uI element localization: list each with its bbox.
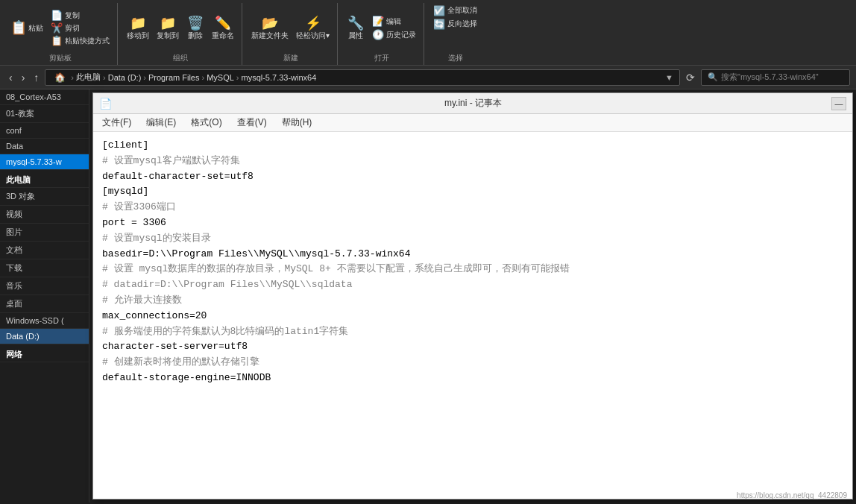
search-placeholder: 搜索"mysql-5.7.33-winx64": [721, 72, 819, 83]
up-button[interactable]: ↑: [31, 70, 42, 85]
notepad-line: # 设置3306端口: [102, 200, 843, 215]
new-folder-button[interactable]: 📂 新建文件夹: [248, 14, 292, 42]
sidebar-item-pictures[interactable]: 图片: [0, 224, 89, 242]
address-path[interactable]: 🏠 › 此电脑 › Data (D:) › Program Files › My…: [45, 69, 680, 86]
sidebar-item-data[interactable]: Data: [0, 139, 89, 154]
clipboard-label: 剪贴板: [7, 51, 113, 65]
open-buttons: 🔧 属性 📝 编辑 🕐 历史记录: [344, 4, 419, 51]
path-dropdown-icon[interactable]: ▼: [665, 73, 673, 82]
sidebar-item-3d[interactable]: 3D 对象: [0, 188, 89, 206]
sidebar-item-cortex[interactable]: 08_Cortex-A53: [0, 89, 89, 105]
paste-label: 粘贴: [28, 23, 43, 34]
search-box[interactable]: 🔍 搜索"mysql-5.7.33-winx64": [701, 69, 850, 86]
home-icon: 🏠: [51, 71, 69, 84]
sidebar-item-music[interactable]: 音乐: [0, 277, 89, 295]
ribbon-toolbar: 📋 粘贴 📄 复制 ✂️ 剪切 📋 粘贴快捷方式 剪贴板: [0, 0, 856, 66]
deselect-all-button[interactable]: ☑️ 全部取消: [430, 4, 480, 16]
notepad-line: # 服务端使用的字符集默认为8比特编码的latin1字符集: [102, 324, 843, 340]
ribbon-group-open: 🔧 属性 📝 编辑 🕐 历史记录 打开: [339, 3, 424, 65]
notepad-file-icon: 📄: [99, 98, 112, 110]
delete-button[interactable]: 🗑️ 删除: [183, 14, 207, 42]
notepad-line: # 设置mysql客户端默认字符集: [102, 154, 843, 169]
notepad-line: default-character-set=utf8: [102, 169, 843, 185]
cut-button[interactable]: ✂️ 剪切: [48, 22, 113, 34]
invert-selection-button[interactable]: 🔄 反向选择: [430, 18, 480, 30]
notepad-line: # 创建新表时将使用的默认存储引擎: [102, 355, 843, 371]
select-label: 选择: [430, 51, 480, 65]
notepad-line: basedir=D:\\Program Files\\MySQL\\mysql-…: [102, 247, 843, 262]
notepad-menubar: 文件(F) 编辑(E) 格式(O) 查看(V) 帮助(H): [93, 114, 852, 132]
paste-button[interactable]: 📋 粘贴: [7, 19, 46, 38]
path-item-programfiles[interactable]: Program Files: [148, 73, 199, 82]
sidebar-item-conf[interactable]: conf: [0, 123, 89, 139]
sidebar-item-download[interactable]: 下载: [0, 259, 89, 277]
notepad-content-area[interactable]: [client]# 设置mysql客户端默认字符集default-charact…: [93, 132, 852, 499]
sidebar-header-thispc: 此电脑: [0, 170, 89, 188]
sidebar: 08_Cortex-A53 01-教案 conf Data mysql-5.7.…: [0, 89, 89, 503]
ribbon-group-clipboard: 📋 粘贴 📄 复制 ✂️ 剪切 📋 粘贴快捷方式 剪贴板: [3, 3, 118, 65]
path-item-mysqlversion[interactable]: mysql-5.7.33-winx64: [241, 73, 316, 82]
back-button[interactable]: ‹: [6, 70, 16, 85]
move-to-icon: 📁: [130, 16, 146, 32]
new-label: 新建: [248, 51, 333, 65]
ribbon-group-new: 📂 新建文件夹 ⚡ 轻松访问▾ 新建: [244, 3, 338, 65]
history-button[interactable]: 🕐 历史记录: [369, 29, 419, 41]
edit-button[interactable]: 📝 编辑: [369, 16, 419, 28]
notepad-titlebar: 📄 my.ini - 记事本 —: [93, 93, 852, 114]
rename-icon: ✏️: [215, 16, 231, 32]
paste-shortcut-icon: 📋: [51, 36, 63, 46]
paste-shortcut-button[interactable]: 📋 粘贴快捷方式: [48, 35, 113, 47]
search-icon: 🔍: [708, 72, 718, 82]
sidebar-header-network: 网络: [0, 344, 89, 362]
new-buttons: 📂 新建文件夹 ⚡ 轻松访问▾: [248, 4, 333, 51]
notepad-window: 📄 my.ini - 记事本 — 文件(F) 编辑(E) 格式(O) 查看(V)…: [92, 92, 853, 500]
path-item-data[interactable]: Data (D:): [108, 73, 142, 82]
forward-button[interactable]: ›: [19, 70, 28, 85]
sidebar-item-video[interactable]: 视频: [0, 206, 89, 224]
menu-help[interactable]: 帮助(H): [276, 115, 318, 130]
notepad-line: max_connections=20: [102, 309, 843, 324]
notepad-title: my.ini - 记事本: [444, 97, 502, 110]
paste-icon: 📋: [10, 20, 27, 37]
sidebar-item-docs[interactable]: 文档: [0, 242, 89, 259]
notepad-line: [mysqld]: [102, 184, 843, 200]
notepad-minimize-button[interactable]: —: [831, 97, 846, 110]
path-item-pc[interactable]: 此电脑: [76, 72, 101, 83]
sidebar-item-mysql[interactable]: mysql-5.7.33-w: [0, 154, 89, 170]
easy-access-button[interactable]: ⚡ 轻松访问▾: [293, 14, 333, 42]
notepad-line: # 设置 mysql数据库的数据的存放目录，MySQL 8+ 不需要以下配置，系…: [102, 262, 843, 277]
open-label: 打开: [344, 51, 419, 65]
delete-icon: 🗑️: [187, 16, 204, 32]
notepad-controls: —: [831, 97, 846, 110]
menu-edit[interactable]: 编辑(E): [140, 115, 182, 130]
notepad-line: [client]: [102, 138, 843, 154]
notepad-line: # 设置mysql的安装目录: [102, 231, 843, 247]
properties-icon: 🔧: [347, 16, 364, 32]
sidebar-item-datad[interactable]: Data (D:): [0, 329, 89, 344]
sidebar-item-desktop[interactable]: 桌面: [0, 295, 89, 313]
menu-view[interactable]: 查看(V): [231, 115, 273, 130]
properties-button[interactable]: 🔧 属性: [344, 14, 368, 42]
notepad-line: # 允许最大连接数: [102, 293, 843, 309]
path-item-mysql[interactable]: MySQL: [207, 73, 234, 82]
deselect-all-icon: ☑️: [433, 5, 445, 16]
refresh-button[interactable]: ⟳: [683, 70, 698, 85]
cut-icon: ✂️: [51, 23, 63, 34]
notepad-line: # datadir=D:\\Program Files\\MySQL\\sqld…: [102, 277, 843, 293]
copy-to-button[interactable]: 📁 复制到: [154, 14, 182, 42]
move-to-button[interactable]: 📁 移动到: [124, 14, 152, 42]
history-icon: 🕐: [372, 30, 384, 40]
address-bar: ‹ › ↑ 🏠 › 此电脑 › Data (D:) › Program File…: [0, 66, 856, 89]
ribbon-group-organize: 📁 移动到 📁 复制到 🗑️ 删除 ✏️ 重命名 组织: [119, 3, 242, 65]
clipboard-buttons: 📋 粘贴 📄 复制 ✂️ 剪切 📋 粘贴快捷方式: [7, 4, 113, 51]
notepad-line: character-set-server=utf8: [102, 339, 843, 355]
copy-button[interactable]: 📄 复制: [48, 10, 113, 22]
rename-button[interactable]: ✏️ 重命名: [209, 14, 237, 42]
menu-format[interactable]: 格式(O): [185, 115, 227, 130]
copy-icon: 📄: [51, 10, 63, 21]
menu-file[interactable]: 文件(F): [96, 115, 137, 130]
watermark: https://blog.csdn.net/qq_4422809: [737, 491, 847, 500]
notepad-line: default-storage-engine=INNODB: [102, 371, 843, 386]
sidebar-item-windows[interactable]: Windows-SSD (: [0, 313, 89, 329]
sidebar-item-lessons[interactable]: 01-教案: [0, 105, 89, 123]
